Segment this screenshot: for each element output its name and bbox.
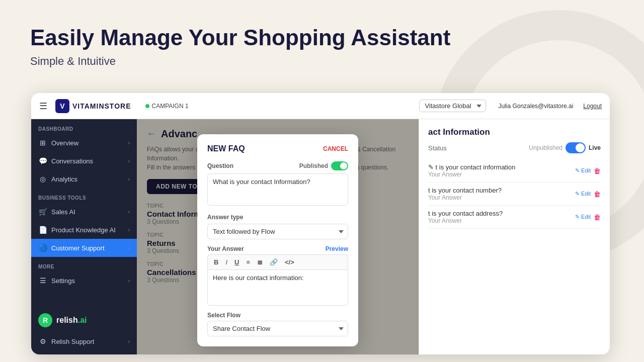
- campaign-label: CAMPAIGN 1: [152, 103, 189, 110]
- campaign-badge: CAMPAIGN 1: [145, 103, 189, 110]
- new-faq-modal: NEW FAQ CANCEL Question Published What i…: [197, 134, 358, 346]
- logo-icon: V: [55, 99, 69, 113]
- code-button[interactable]: </>: [282, 257, 297, 267]
- analytics-label: Analytics: [51, 175, 124, 183]
- live-label: Live: [589, 144, 601, 151]
- sidebar-item-analytics[interactable]: ◎ Analytics ›: [31, 170, 137, 188]
- vitastore-select[interactable]: Vitastore Global: [419, 100, 486, 112]
- hero-title: Easily Manage Your Shopping Assistant: [30, 25, 450, 51]
- modal-overlay: NEW FAQ CANCEL Question Published What i…: [137, 119, 419, 354]
- sidebar-item-settings[interactable]: ☰ Settings ›: [31, 272, 137, 290]
- faq-item-left-1: t is your contact number? Your Answer: [428, 187, 575, 201]
- chevron-icon-3: ›: [128, 176, 130, 182]
- sidebar-item-product-knowledge[interactable]: 📄 Product Knowledge AI ›: [31, 221, 137, 239]
- sidebar-item-customer-support[interactable]: 🔵 Customer Support ›: [31, 239, 137, 257]
- campaign-dot: [145, 104, 149, 108]
- logo: V VITAMINSTORE: [55, 99, 131, 113]
- edit-button-1[interactable]: ✎ Edit: [575, 191, 591, 197]
- link-button[interactable]: 🔗: [267, 257, 281, 267]
- sidebar-item-sales-ai[interactable]: 🛒 Sales AI ›: [31, 203, 137, 221]
- sales-ai-label: Sales AI: [51, 208, 124, 216]
- your-answer-label: Your Answer: [207, 245, 244, 252]
- settings-icon: ☰: [38, 276, 47, 285]
- faq-item-0: ✎ t is your contact information Your Ans…: [428, 159, 601, 183]
- underline-button[interactable]: U: [231, 257, 242, 267]
- sidebar: Dashboard ⊞ Overview › 💬 Conversations ›…: [31, 119, 137, 354]
- toggle-knob-main: [576, 143, 585, 152]
- preview-link[interactable]: Preview: [326, 245, 348, 252]
- app-window: ☰ V VITAMINSTORE CAMPAIGN 1 Vitastore Gl…: [31, 93, 610, 354]
- italic-button[interactable]: I: [222, 257, 230, 267]
- topbar: ☰ V VITAMINSTORE CAMPAIGN 1 Vitastore Gl…: [31, 93, 610, 119]
- question-input[interactable]: What is your contact Information?: [207, 173, 348, 206]
- question-section: Question Published: [207, 161, 348, 170]
- modal-title: NEW FAQ: [207, 144, 245, 153]
- sidebar-item-overview[interactable]: ⊞ Overview ›: [31, 134, 137, 152]
- faq-actions-2: ✎ Edit 🗑: [575, 213, 601, 221]
- sales-ai-icon: 🛒: [38, 207, 47, 216]
- chevron-icon-4: ›: [128, 209, 130, 215]
- sidebar-item-conversations[interactable]: 💬 Conversations ›: [31, 152, 137, 170]
- product-knowledge-icon: 📄: [38, 225, 47, 234]
- section-more: More: [31, 257, 137, 272]
- section-business: Business Tools: [31, 188, 137, 203]
- logout-button[interactable]: Logout: [583, 103, 602, 110]
- edit-button-0[interactable]: ✎ Edit: [575, 167, 591, 174]
- chevron-icon-7: ›: [128, 278, 130, 284]
- user-email: Julia Gonzales@vitastore.ai: [498, 103, 573, 110]
- sidebar-bottom: R relish.ai ⚙ Relish Support ›: [31, 308, 137, 354]
- product-knowledge-label: Product Knowledge AI: [51, 226, 124, 234]
- section-dashboard: Dashboard: [31, 119, 137, 134]
- relish-support-icon: ⚙: [38, 337, 47, 346]
- faq-question-2: t is your contact address?: [428, 210, 575, 217]
- settings-label: Settings: [51, 277, 124, 285]
- published-toggle[interactable]: [331, 161, 348, 170]
- customer-support-label: Customer Support: [51, 244, 124, 252]
- flow-select[interactable]: Share Contact Flow: [207, 321, 348, 336]
- menu-icon[interactable]: ☰: [39, 101, 47, 112]
- status-row: Status Unpublished Live: [428, 142, 601, 153]
- faq-answer-1: Your Answer: [428, 194, 575, 201]
- bullet-list-button[interactable]: ≡: [243, 257, 253, 267]
- right-panel-title: act Information: [428, 127, 601, 137]
- bold-button[interactable]: B: [211, 257, 221, 267]
- faq-item-2: t is your contact address? Your Answer ✎…: [428, 206, 601, 229]
- conversations-icon: 💬: [38, 156, 47, 165]
- chevron-icon-2: ›: [128, 158, 130, 164]
- faq-item-left-2: t is your contact address? Your Answer: [428, 210, 575, 224]
- faq-actions-1: ✎ Edit 🗑: [575, 190, 601, 198]
- published-label: Published: [299, 162, 328, 169]
- faq-item-left-0: ✎ t is your contact information Your Ans…: [428, 163, 575, 178]
- chevron-icon-5: ›: [128, 227, 130, 233]
- delete-button-2[interactable]: 🗑: [594, 213, 601, 221]
- unpublished-label: Unpublished: [529, 144, 562, 151]
- editor-toolbar: B I U ≡ ≣ 🔗 </>: [207, 254, 348, 269]
- cancel-button[interactable]: CANCEL: [323, 145, 348, 152]
- select-flow-label: Select Flow: [207, 312, 348, 319]
- conversations-label: Conversations: [51, 157, 124, 165]
- question-label: Question: [207, 162, 233, 169]
- overview-icon: ⊞: [38, 138, 47, 147]
- live-toggle[interactable]: [566, 142, 586, 153]
- numbered-list-button[interactable]: ≣: [254, 257, 266, 267]
- relish-brand[interactable]: R relish.ai: [31, 308, 137, 332]
- delete-button-1[interactable]: 🗑: [594, 190, 601, 198]
- faq-question-0: ✎ t is your contact information: [428, 163, 575, 171]
- overview-label: Overview: [51, 139, 124, 147]
- analytics-icon: ◎: [38, 174, 47, 184]
- published-row: Published: [299, 161, 348, 170]
- editor-body[interactable]: Here is our contact information:: [207, 269, 348, 306]
- chevron-icon: ›: [128, 140, 130, 146]
- sidebar-item-relish-support[interactable]: ⚙ Relish Support ›: [31, 332, 137, 350]
- relish-support-label: Relish Support: [51, 338, 124, 345]
- edit-button-2[interactable]: ✎ Edit: [575, 214, 591, 220]
- faq-question-1: t is your contact number?: [428, 187, 575, 194]
- modal-header: NEW FAQ CANCEL: [207, 144, 348, 153]
- answer-type-select[interactable]: Text followed by Flow: [207, 224, 348, 239]
- delete-button-0[interactable]: 🗑: [594, 167, 601, 175]
- status-label: Status: [428, 144, 447, 152]
- hero-section: Easily Manage Your Shopping Assistant Si…: [30, 25, 450, 68]
- faq-actions-0: ✎ Edit 🗑: [575, 167, 601, 175]
- app-body: Dashboard ⊞ Overview › 💬 Conversations ›…: [31, 119, 610, 354]
- chevron-icon-6: ›: [128, 245, 130, 251]
